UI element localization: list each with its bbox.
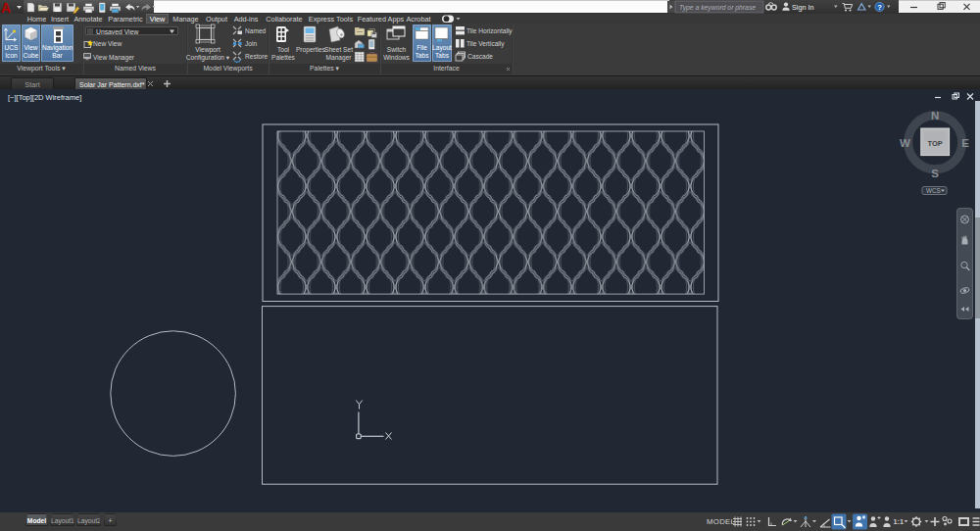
svg-text:W: W (900, 137, 910, 149)
svg-text:TOP: TOP (928, 139, 943, 148)
svg-text:Type a keyword or phrase: Type a keyword or phrase (679, 4, 756, 12)
svg-text:?: ? (877, 3, 882, 12)
svg-text:A: A (1, 0, 11, 15)
svg-text:1:1: 1:1 (894, 517, 904, 526)
svg-text:Sign In: Sign In (792, 3, 813, 12)
svg-text:S: S (931, 168, 939, 179)
svg-text:WCS: WCS (926, 187, 941, 194)
svg-text:E: E (961, 137, 969, 149)
svg-text:N: N (931, 110, 939, 121)
